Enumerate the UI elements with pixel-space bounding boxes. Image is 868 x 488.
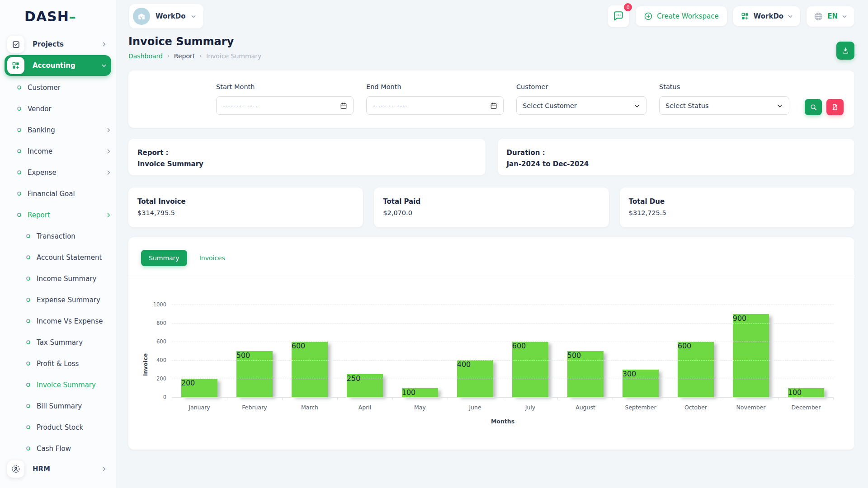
sidebar-item-transaction[interactable]: Transaction (5, 225, 111, 247)
sidebar-item-vendor[interactable]: Vendor (5, 98, 111, 119)
dash-logo[interactable]: DASH– (24, 9, 76, 24)
divider (128, 278, 854, 278)
chevron-right-icon (106, 149, 111, 154)
bar-cell: 500 (227, 305, 282, 397)
search-icon (810, 103, 817, 111)
bullet-icon (17, 192, 21, 196)
language-selector[interactable]: EN (807, 6, 854, 27)
sidebar-item-label: Cash Flow (37, 445, 111, 453)
chevron-down-icon (101, 63, 107, 68)
axis-tick (448, 398, 503, 400)
sidebar-item-report[interactable]: Report (5, 204, 111, 225)
sidebar-item-profit-loss[interactable]: Profit & Loss (5, 353, 111, 374)
sidebar-nav: ProjectsAccountingCustomerVendorBankingI… (0, 33, 116, 488)
sidebar-item-projects[interactable]: Projects (5, 34, 111, 54)
chart-card: Summary Invoices Invoice 200500600250100… (128, 237, 854, 450)
bar-may[interactable]: 100 (402, 388, 439, 398)
sidebar-item-expense[interactable]: Expense (5, 162, 111, 183)
apply-filter-button[interactable] (805, 99, 822, 115)
stats-row: Total Invoice$314,795.5Total Paid$2,070.… (128, 188, 854, 227)
bar-july[interactable]: 600 (512, 342, 549, 397)
sidebar-item-income-summary[interactable]: Income Summary (5, 268, 111, 289)
bar-september[interactable]: 300 (623, 370, 659, 398)
report-label: Report : (137, 149, 476, 157)
create-workspace-label: Create Workspace (657, 12, 719, 20)
sidebar-item-income-vs-expense[interactable]: Income Vs Expense (5, 310, 111, 332)
sidebar-item-hrm[interactable]: HRM (5, 459, 111, 479)
sidebar-item-tax-summary[interactable]: Tax Summary (5, 332, 111, 353)
status-select[interactable]: Select Status (659, 96, 789, 115)
sidebar-item-customer[interactable]: Customer (5, 77, 111, 98)
grid-plus-icon (7, 57, 24, 74)
status-group: Status Select Status (659, 83, 789, 115)
axis-tick (503, 398, 558, 400)
sidebar-item-label: Income (28, 147, 106, 155)
bar-january[interactable]: 200 (181, 379, 218, 397)
stat-label: Total Due (629, 197, 845, 206)
company-menu-label: WorkDo (754, 12, 783, 20)
bar-august[interactable]: 500 (567, 351, 604, 398)
bar-february[interactable]: 500 (236, 351, 273, 398)
bar-march[interactable]: 600 (292, 342, 328, 397)
sidebar-item-label: Income Vs Expense (37, 317, 111, 325)
customer-group: Customer Select Customer (516, 83, 646, 115)
bar-november[interactable]: 900 (733, 314, 769, 398)
messages-button[interactable]: 0 (608, 5, 629, 27)
y-axis-title: Invoice (142, 353, 149, 376)
breadcrumb: Dashboard › Report › Invoice Summary (128, 52, 261, 60)
end-month-input[interactable]: -------- ---- (366, 96, 504, 115)
bar-cell: 100 (778, 305, 834, 397)
x-tick-label: July (503, 404, 558, 411)
sidebar-item-accounting[interactable]: Accounting (5, 55, 111, 76)
sidebar-item-bill-summary[interactable]: Bill Summary (5, 395, 111, 417)
tab-invoices[interactable]: Invoices (192, 250, 233, 266)
y-tick-label: 600 (156, 338, 166, 345)
y-tick-label: 800 (156, 320, 166, 326)
plus-circle-icon (644, 12, 653, 21)
gridline (172, 360, 834, 361)
sidebar-item-product-stock[interactable]: Product Stock (5, 417, 111, 438)
breadcrumb-dashboard[interactable]: Dashboard (128, 52, 163, 60)
bar-december[interactable]: 100 (788, 388, 825, 398)
download-button[interactable] (836, 42, 854, 60)
chevron-right-icon: › (199, 53, 202, 59)
x-tick-label: January (172, 404, 227, 411)
bar-april[interactable]: 250 (347, 374, 383, 397)
duration-card: Duration : Jan-2024 to Dec-2024 (498, 139, 855, 175)
chevron-down-icon (788, 14, 793, 19)
company-menu-button[interactable]: WorkDo (733, 6, 800, 26)
main-column: WorkDo 0 Create Workspace WorkDo (116, 0, 868, 488)
tab-summary[interactable]: Summary (141, 250, 187, 266)
sidebar-item-income[interactable]: Income (5, 141, 111, 162)
globe-icon (814, 12, 823, 21)
bar-october[interactable]: 600 (678, 342, 714, 397)
create-workspace-button[interactable]: Create Workspace (636, 6, 727, 26)
reset-filter-button[interactable] (826, 99, 844, 115)
sidebar-item-label: Expense Summary (37, 296, 111, 304)
y-tick-label: 400 (156, 357, 166, 363)
axis-tick (668, 398, 723, 400)
sidebar-item-account-statement[interactable]: Account Statement (5, 247, 111, 268)
topbar-right: 0 Create Workspace WorkDo EN (608, 5, 854, 27)
sidebar-item-label: Financial Goal (28, 190, 111, 198)
report-value: Invoice Summary (137, 160, 476, 168)
sidebar-item-invoice-summary[interactable]: Invoice Summary (5, 374, 111, 395)
chevron-down-icon (634, 103, 640, 109)
x-tick-label: May (392, 404, 448, 411)
breadcrumb-report[interactable]: Report (174, 52, 195, 60)
bullet-icon (17, 85, 21, 89)
workspace-switcher[interactable]: WorkDo (129, 4, 203, 28)
sidebar-item-expense-summary[interactable]: Expense Summary (5, 289, 111, 310)
sidebar-item-cash-flow[interactable]: Cash Flow (5, 438, 111, 459)
bar-cell: 200 (172, 305, 227, 397)
messages-badge: 0 (623, 2, 633, 12)
axis-tick (613, 398, 668, 400)
stat-value: $314,795.5 (137, 209, 354, 216)
workspace-avatar (133, 8, 150, 25)
start-month-input[interactable]: -------- ---- (216, 96, 354, 115)
sidebar-item-financial-goal[interactable]: Financial Goal (5, 183, 111, 204)
sidebar-item-banking[interactable]: Banking (5, 119, 111, 141)
axis-tick (723, 398, 778, 400)
customer-select[interactable]: Select Customer (516, 96, 646, 115)
bullet-icon (17, 213, 21, 217)
